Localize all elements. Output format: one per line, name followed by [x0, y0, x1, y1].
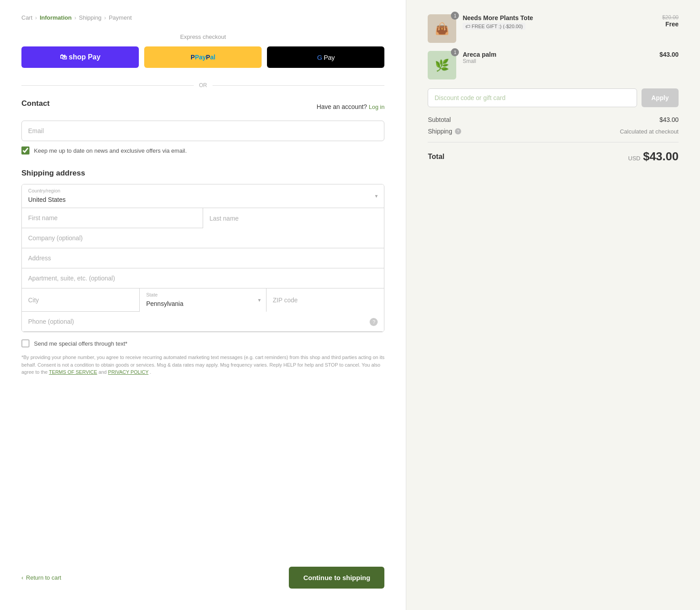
- country-region-row: Country/region United States ▾: [22, 184, 384, 208]
- newsletter-checkbox[interactable]: [21, 146, 29, 155]
- contact-title: Contact: [21, 99, 50, 108]
- shoppay-bag-icon: 🛍: [60, 53, 67, 61]
- shipping-help-icon[interactable]: ?: [455, 128, 461, 134]
- last-name-field[interactable]: [203, 208, 384, 228]
- tote-original-price: $20.00: [662, 14, 679, 21]
- address-field[interactable]: [22, 248, 384, 268]
- subtotal-label: Subtotal: [428, 116, 450, 123]
- newsletter-label: Keep me up to date on news and exclusive…: [34, 147, 187, 154]
- total-divider: [428, 142, 679, 142]
- total-label: Total: [428, 153, 444, 161]
- breadcrumb-cart[interactable]: Cart: [21, 14, 33, 21]
- country-select[interactable]: United States: [22, 184, 384, 208]
- tote-image-wrap: 👜 1: [428, 14, 456, 43]
- order-item-plant: 🌿 1 Areca palm Small $43.00: [428, 51, 679, 79]
- discount-code-input[interactable]: [428, 88, 637, 107]
- shipping-value: Calculated at checkout: [620, 128, 679, 135]
- bottom-actions: ‹ Return to cart Continue to shipping: [21, 556, 384, 589]
- privacy-link[interactable]: PRIVACY POLICY: [108, 369, 148, 375]
- breadcrumb-sep2: ›: [74, 14, 76, 21]
- phone-row: ?: [22, 312, 384, 332]
- return-arrow-icon: ‹: [21, 574, 23, 581]
- plant-final-price: $43.00: [659, 51, 679, 58]
- tote-info: Needs More Plants Tote 🏷 FREE GIFT :) (-…: [462, 14, 656, 30]
- city-field[interactable]: [22, 288, 140, 312]
- terms-link[interactable]: TERMS OF SERVICE: [49, 369, 97, 375]
- shipping-address-section: Shipping address Country/region United S…: [21, 169, 384, 390]
- newsletter-row: Keep me up to date on news and exclusive…: [21, 146, 384, 155]
- order-items: 👜 1 Needs More Plants Tote 🏷 FREE GIFT :…: [428, 14, 679, 79]
- apt-field[interactable]: [22, 268, 384, 288]
- email-field[interactable]: [21, 121, 384, 141]
- return-to-cart-label: Return to cart: [26, 574, 61, 581]
- continue-to-shipping-button[interactable]: Continue to shipping: [289, 567, 384, 589]
- order-item-tote: 👜 1 Needs More Plants Tote 🏷 FREE GIFT :…: [428, 14, 679, 43]
- breadcrumb-sep1: ›: [35, 14, 37, 21]
- plant-icon: 🌿: [435, 58, 449, 72]
- shipping-address-title: Shipping address: [21, 169, 384, 178]
- gpay-label: G Pay: [317, 54, 334, 61]
- plant-info: Areca palm Small: [462, 51, 653, 64]
- zip-field[interactable]: [267, 288, 384, 312]
- plant-image-wrap: 🌿 1: [428, 51, 456, 79]
- country-label: Country/region: [28, 188, 60, 193]
- express-checkout-buttons: 🛍 shop Pay PPayPal G Pay: [21, 46, 384, 68]
- plant-price: $43.00: [659, 51, 679, 58]
- breadcrumb: Cart › Information › Shipping › Payment: [21, 14, 384, 21]
- total-line: Total USD $43.00: [428, 150, 679, 163]
- apply-button[interactable]: Apply: [642, 88, 679, 107]
- discount-row: Apply: [428, 88, 679, 107]
- first-name-field[interactable]: [22, 208, 203, 228]
- or-divider: OR: [21, 82, 384, 88]
- have-account-text: Have an account? Log in: [317, 103, 384, 110]
- phone-field[interactable]: [22, 312, 384, 332]
- text-offers-checkbox[interactable]: [21, 339, 29, 347]
- address-form-border: Country/region United States ▾: [21, 184, 384, 332]
- legal-text: *By providing your phone number, you agr…: [21, 354, 384, 376]
- tote-icon: 👜: [435, 22, 449, 36]
- breadcrumb-sep3: ›: [104, 14, 106, 21]
- tote-name: Needs More Plants Tote: [462, 14, 656, 21]
- subtotal-value: $43.00: [659, 116, 679, 123]
- paypal-button[interactable]: PPayPal: [144, 46, 262, 68]
- total-currency: USD: [628, 155, 640, 162]
- tote-final-price: Free: [662, 21, 679, 28]
- shoppay-button[interactable]: 🛍 shop Pay: [21, 46, 139, 68]
- text-offers-label: Send me special offers through text*: [34, 340, 127, 347]
- shipping-line: Shipping ? Calculated at checkout: [428, 128, 679, 135]
- name-row: [22, 208, 384, 228]
- contact-header: Contact Have an account? Log in: [21, 99, 384, 114]
- phone-help-icon[interactable]: ?: [370, 318, 378, 326]
- tote-price: $20.00 Free: [662, 14, 679, 28]
- company-field[interactable]: [22, 228, 384, 248]
- total-amount: $43.00: [643, 150, 679, 163]
- subtotal-line: Subtotal $43.00: [428, 116, 679, 123]
- contact-section: Contact Have an account? Log in Keep me …: [21, 99, 384, 165]
- plant-name: Areca palm: [462, 51, 653, 58]
- state-select-wrap: State Pennsylvania ▾: [140, 288, 267, 312]
- plant-quantity-badge: 1: [451, 48, 459, 56]
- total-value-wrap: USD $43.00: [628, 150, 679, 163]
- breadcrumb-payment: Payment: [109, 14, 132, 21]
- express-checkout-label: Express checkout: [21, 33, 384, 40]
- right-panel: 👜 1 Needs More Plants Tote 🏷 FREE GIFT :…: [406, 0, 700, 610]
- shipping-label: Shipping ?: [428, 128, 461, 135]
- login-link[interactable]: Log in: [369, 104, 384, 110]
- tote-quantity-badge: 1: [451, 12, 459, 20]
- tote-gift-tag: 🏷 FREE GIFT :) (-$20.00): [462, 23, 525, 30]
- state-select[interactable]: Pennsylvania: [140, 288, 266, 312]
- text-offers-row: Send me special offers through text*: [21, 339, 384, 347]
- plant-variant: Small: [462, 58, 653, 64]
- breadcrumb-shipping: Shipping: [79, 14, 102, 21]
- gpay-button[interactable]: G Pay: [267, 46, 384, 68]
- paypal-label: PPayPal: [191, 54, 215, 61]
- city-state-zip-row: State Pennsylvania ▾: [22, 288, 384, 312]
- return-to-cart-link[interactable]: ‹ Return to cart: [21, 574, 61, 581]
- left-panel: Cart › Information › Shipping › Payment …: [0, 0, 406, 610]
- breadcrumb-information[interactable]: Information: [40, 14, 72, 21]
- shoppay-label: shop Pay: [69, 53, 100, 61]
